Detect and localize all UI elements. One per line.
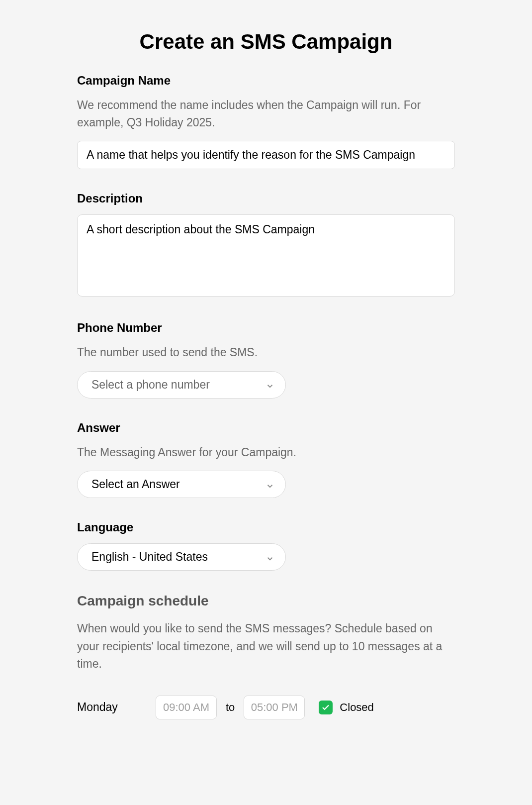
description-group: Description: [77, 192, 455, 299]
page-title: Create an SMS Campaign: [77, 30, 455, 54]
chevron-down-icon: [266, 380, 274, 389]
phone-number-select-text: Select a phone number: [91, 378, 210, 392]
answer-select[interactable]: Select an Answer: [77, 471, 286, 498]
phone-number-select[interactable]: Select a phone number: [77, 371, 286, 399]
campaign-name-label: Campaign Name: [77, 74, 455, 88]
schedule-to-input[interactable]: [244, 696, 305, 719]
schedule-to-label: to: [226, 701, 235, 714]
campaign-name-input[interactable]: [77, 141, 455, 169]
language-select[interactable]: English - United States: [77, 543, 286, 571]
description-label: Description: [77, 192, 455, 205]
answer-group: Answer The Messaging Answer for your Cam…: [77, 421, 455, 499]
answer-select-text: Select an Answer: [91, 478, 180, 491]
schedule-heading: Campaign schedule: [77, 593, 455, 609]
description-textarea[interactable]: [77, 214, 455, 297]
answer-hint: The Messaging Answer for your Campaign.: [77, 444, 455, 461]
schedule-row-monday: Monday to Closed: [77, 696, 455, 719]
chevron-down-icon: [266, 480, 274, 489]
phone-number-label: Phone Number: [77, 321, 455, 335]
schedule-day-label: Monday: [77, 701, 147, 714]
answer-label: Answer: [77, 421, 455, 435]
closed-checkbox-wrapper: Closed: [319, 701, 373, 714]
language-label: Language: [77, 520, 455, 534]
chevron-down-icon: [266, 553, 274, 562]
schedule-description: When would you like to send the SMS mess…: [77, 620, 455, 673]
closed-checkbox[interactable]: [319, 701, 333, 714]
phone-number-hint: The number used to send the SMS.: [77, 344, 455, 361]
campaign-name-group: Campaign Name We recommend the name incl…: [77, 74, 455, 169]
closed-label: Closed: [340, 701, 373, 714]
campaign-name-hint: We recommend the name includes when the …: [77, 97, 455, 131]
language-group: Language English - United States: [77, 520, 455, 571]
language-select-text: English - United States: [91, 550, 208, 564]
phone-number-group: Phone Number The number used to send the…: [77, 321, 455, 399]
schedule-from-input[interactable]: [156, 696, 217, 719]
